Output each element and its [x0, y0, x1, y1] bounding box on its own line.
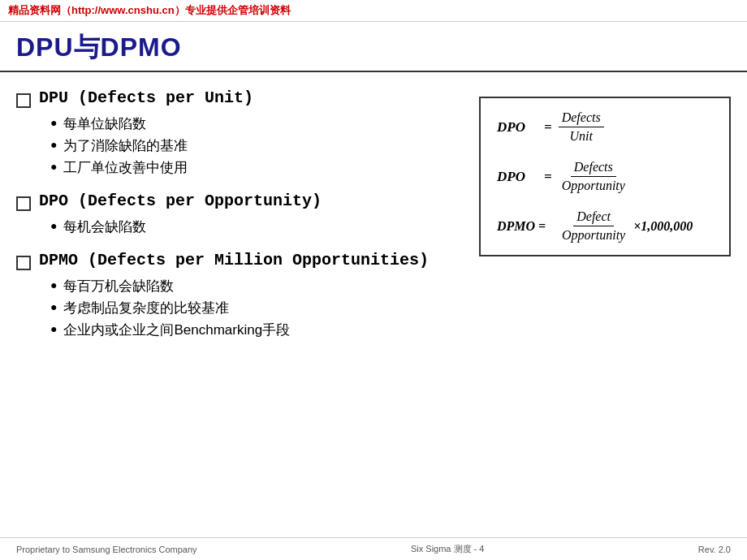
formula-dpo-opp-equals: = — [544, 169, 552, 185]
list-item: 工厂单位改善中使用 — [50, 158, 463, 177]
formula-box: DPO = Defects Unit DPO = Defects Opportu… — [479, 97, 731, 256]
section-dpmo-title: DPMO (Defects per Million Opportunities) — [39, 251, 429, 269]
fraction-dpo-unit: Defects Unit — [559, 110, 604, 144]
list-item: 每百万机会缺陷数 — [50, 277, 463, 295]
list-item: 企业内或企业之间Benchmarking手段 — [50, 321, 463, 339]
footer-center: Six Sigma 测度 - 4 — [411, 543, 484, 555]
section-dpu-title: DPU (Defects per Unit) — [39, 88, 253, 107]
section-dpo: DPO (Defects per Opportunity) 每机会缺陷数 — [16, 192, 463, 236]
footer-right: Rev. 2.0 — [698, 545, 731, 554]
section-dpu-header: DPU (Defects per Unit) — [16, 88, 463, 108]
fraction-dpmo: Defect Opportunity — [559, 209, 628, 243]
fraction-dpo-opp-num: Defects — [571, 160, 616, 177]
footer-left: Proprietary to Samsung Electronics Compa… — [16, 545, 197, 554]
section-dpo-header: DPO (Defects per Opportunity) — [16, 192, 463, 211]
formula-dpmo: DPMO = Defect Opportunity ×1,000,000 — [497, 209, 713, 243]
formula-dpo-opp: DPO = Defects Opportunity — [497, 160, 713, 193]
section-dpmo: DPMO (Defects per Million Opportunities)… — [16, 251, 463, 339]
checkbox-dpu-icon — [16, 93, 31, 108]
left-content: DPU (Defects per Unit) 每单位缺陷数 为了消除缺陷的基准 … — [16, 88, 463, 354]
formula-dpo-unit-lhs: DPO — [497, 119, 538, 136]
dpmo-bullet-list: 每百万机会缺陷数 考虑制品复杂度的比较基准 企业内或企业之间Benchmarki… — [16, 277, 463, 339]
fraction-dpo-opp: Defects Opportunity — [559, 160, 628, 193]
fraction-dpmo-num: Defect — [573, 209, 614, 226]
checkbox-dpo-icon — [16, 196, 31, 211]
section-dpo-title: DPO (Defects per Opportunity) — [39, 192, 322, 210]
formula-dpo-unit: DPO = Defects Unit — [497, 110, 713, 144]
section-dpu: DPU (Defects per Unit) 每单位缺陷数 为了消除缺陷的基准 … — [16, 88, 463, 177]
checkbox-dpmo-icon — [16, 256, 31, 270]
list-item: 为了消除缺陷的基准 — [50, 136, 463, 155]
list-item: 考虑制品复杂度的比较基准 — [50, 299, 463, 317]
fraction-dpo-unit-den: Unit — [566, 127, 595, 144]
fraction-dpo-opp-den: Opportunity — [559, 177, 628, 193]
list-item: 每单位缺陷数 — [50, 114, 463, 133]
title-section: DPU与DPMO — [0, 22, 747, 72]
fraction-dpo-unit-num: Defects — [559, 110, 604, 127]
dpo-bullet-list: 每机会缺陷数 — [16, 218, 463, 236]
formula-dpmo-multiplier: ×1,000,000 — [633, 219, 693, 234]
fraction-dpmo-den: Opportunity — [559, 226, 628, 243]
section-dpmo-header: DPMO (Defects per Million Opportunities) — [16, 251, 463, 270]
page-title: DPU与DPMO — [16, 30, 731, 66]
dpu-bullet-list: 每单位缺陷数 为了消除缺陷的基准 工厂单位改善中使用 — [16, 114, 463, 177]
formula-dpmo-lhs: DPMO = — [497, 219, 554, 234]
main-content: DPU (Defects per Unit) 每单位缺陷数 为了消除缺陷的基准 … — [0, 80, 747, 362]
top-banner: 精品资料网（http://www.cnshu.cn）专业提供企管培训资料 — [0, 0, 747, 22]
footer: Proprietary to Samsung Electronics Compa… — [0, 537, 747, 560]
formula-dpo-opp-lhs: DPO — [497, 169, 538, 185]
formula-dpo-unit-equals: = — [544, 119, 552, 136]
banner-text: 精品资料网（http://www.cnshu.cn）专业提供企管培训资料 — [8, 4, 291, 16]
list-item: 每机会缺陷数 — [50, 218, 463, 236]
